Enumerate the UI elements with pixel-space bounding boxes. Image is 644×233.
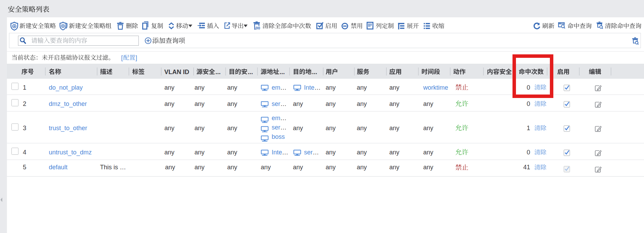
svg-text:untrust_to_dmz: untrust_to_dmz (49, 149, 92, 156)
svg-text:boss: boss (272, 133, 285, 140)
svg-text:any: any (389, 84, 399, 91)
svg-text:any: any (357, 125, 367, 132)
svg-text:1: 1 (23, 84, 26, 91)
svg-text:any: any (227, 100, 237, 107)
svg-text:…: … (282, 149, 288, 156)
svg-text:any: any (194, 149, 205, 156)
svg-text:any: any (261, 164, 271, 171)
svg-text:VLAN ID: VLAN ID (164, 69, 189, 75)
svg-text:...: ... (248, 69, 253, 75)
svg-text:any: any (357, 164, 367, 171)
svg-text:any: any (326, 164, 336, 171)
svg-text:1: 1 (527, 125, 530, 132)
svg-text:em: em (272, 84, 280, 91)
svg-text:3: 3 (23, 125, 26, 132)
svg-text:any: any (194, 84, 205, 91)
svg-text:any: any (293, 100, 303, 107)
svg-text:any: any (164, 125, 174, 132)
svg-text:any: any (326, 100, 336, 107)
svg-text:do_not_play: do_not_play (49, 84, 83, 91)
svg-text:Inte: Inte (304, 84, 315, 91)
svg-text:any: any (389, 100, 399, 107)
svg-text:any: any (326, 149, 336, 156)
svg-text:any: any (227, 164, 237, 171)
svg-text:dmz_to_other: dmz_to_other (49, 100, 87, 108)
svg-text:5: 5 (23, 164, 26, 171)
svg-text:any: any (227, 149, 237, 156)
svg-text:worktime: worktime (423, 84, 448, 91)
svg-text:]: ] (136, 54, 137, 61)
svg-text:…: … (280, 124, 287, 131)
svg-text:any: any (423, 125, 433, 132)
svg-text:4: 4 (23, 149, 26, 156)
svg-text:Inte: Inte (272, 149, 282, 156)
svg-text:any: any (194, 164, 205, 171)
svg-text:any: any (423, 164, 433, 171)
svg-text:[: [ (121, 54, 123, 61)
svg-text:any: any (227, 125, 237, 132)
svg-text:trust_to_other: trust_to_other (49, 125, 87, 132)
svg-text:…: … (280, 115, 287, 122)
svg-text:ser: ser (272, 124, 280, 131)
svg-text:any: any (227, 84, 237, 91)
svg-text:any: any (389, 149, 399, 156)
svg-text:any: any (423, 100, 433, 107)
svg-text:any: any (389, 164, 399, 171)
svg-text:any: any (357, 84, 367, 91)
svg-text:default: default (49, 164, 67, 171)
svg-text:em: em (272, 115, 280, 122)
svg-text:any: any (194, 100, 205, 107)
svg-text:00: 00 (256, 26, 260, 30)
svg-text:...: ... (312, 69, 317, 75)
svg-text:any: any (357, 149, 367, 156)
svg-text:ser: ser (272, 100, 280, 107)
svg-text:41: 41 (523, 164, 530, 171)
svg-text:any: any (164, 100, 174, 107)
svg-text:any: any (389, 125, 399, 132)
svg-text:0: 0 (527, 100, 530, 107)
svg-text:…: … (280, 100, 287, 107)
svg-text:…: … (280, 84, 287, 91)
svg-text:0: 0 (527, 84, 530, 91)
svg-text:any: any (164, 149, 174, 156)
svg-text:…: … (313, 149, 319, 156)
svg-text:any: any (326, 125, 336, 132)
svg-text:any: any (293, 164, 303, 171)
svg-text:This is …: This is … (100, 164, 126, 171)
svg-text:ser: ser (304, 149, 313, 156)
svg-text:any: any (357, 100, 367, 107)
svg-text:…: … (315, 84, 321, 91)
svg-text:...: ... (216, 69, 221, 75)
svg-text:any: any (165, 164, 175, 171)
svg-text:any: any (194, 125, 205, 132)
svg-text:0: 0 (527, 149, 530, 156)
svg-text:any: any (164, 84, 174, 91)
svg-text:...: ... (280, 69, 285, 75)
svg-text:any: any (326, 84, 336, 91)
svg-text:any: any (423, 149, 433, 156)
svg-text:2: 2 (23, 100, 26, 107)
svg-text:any: any (293, 125, 303, 132)
